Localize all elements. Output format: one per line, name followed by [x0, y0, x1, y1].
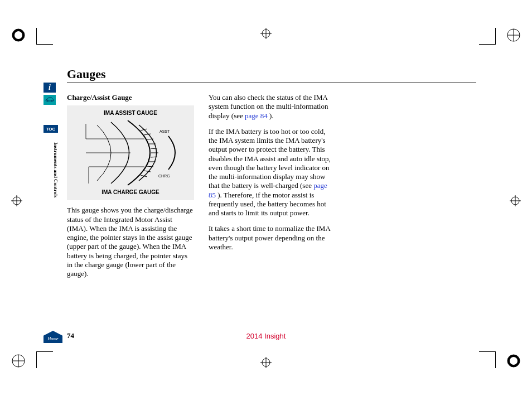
crop-mark-icon — [36, 28, 53, 45]
crop-mark-icon — [36, 351, 53, 368]
body-paragraph: If the IMA battery is too hot or too col… — [209, 127, 336, 218]
section-label: Instruments and Controls — [53, 142, 59, 197]
chrg-label: CHRG — [158, 174, 170, 178]
registration-mark-icon — [506, 28, 521, 42]
body-paragraph: This gauge shows you the charge/discharg… — [67, 206, 194, 278]
car-icon — [45, 95, 54, 105]
registration-mark-icon — [260, 357, 272, 368]
toc-tab[interactable]: TOC — [43, 125, 58, 133]
registration-mark-icon — [510, 195, 521, 206]
svg-point-25 — [51, 100, 52, 102]
registration-mark-icon — [11, 28, 26, 42]
body-paragraph: It takes a short time to normalize the I… — [209, 224, 336, 252]
page-number: 74 — [67, 331, 74, 340]
svg-point-1 — [14, 31, 22, 39]
svg-point-22 — [510, 357, 518, 365]
registration-mark-icon — [11, 354, 26, 368]
gauge-diagram: IMA ASSIST GAUGE — [67, 105, 194, 200]
page-title: Gauges — [67, 67, 476, 83]
asst-label: ASST — [159, 129, 170, 133]
model-year: 2014 Insight — [246, 332, 286, 340]
car-tab[interactable] — [43, 95, 56, 105]
home-tab[interactable]: Home — [43, 331, 62, 343]
subheading: Charge/Assist Gauge — [67, 93, 194, 102]
crop-mark-icon — [479, 351, 496, 368]
page-content: Gauges Charge/Assist Gauge IMA ASSIST GA… — [67, 67, 476, 343]
registration-mark-icon — [506, 354, 521, 368]
toc-label: TOC — [46, 127, 56, 132]
diagram-top-label: IMA ASSIST GAUGE — [70, 110, 191, 117]
page-link[interactable]: page 84 — [245, 112, 268, 120]
diagram-bottom-label: IMA CHARGE GAUGE — [67, 189, 194, 196]
info-icon: i — [49, 83, 51, 92]
gauge-illustration-icon: ASST CHRG — [75, 119, 186, 186]
column-1: Charge/Assist Gauge IMA ASSIST GAUGE — [67, 93, 194, 285]
body-paragraph: You can also check the status of the IMA… — [209, 93, 336, 120]
column-2: You can also check the status of the IMA… — [209, 93, 336, 285]
registration-mark-icon — [11, 195, 22, 206]
home-label: Home — [47, 336, 58, 341]
registration-mark-icon — [260, 28, 272, 39]
crop-mark-icon — [479, 28, 496, 45]
info-tab[interactable]: i — [43, 83, 56, 93]
svg-point-24 — [47, 100, 48, 102]
page-footer: 74 2014 Insight — [67, 331, 465, 340]
